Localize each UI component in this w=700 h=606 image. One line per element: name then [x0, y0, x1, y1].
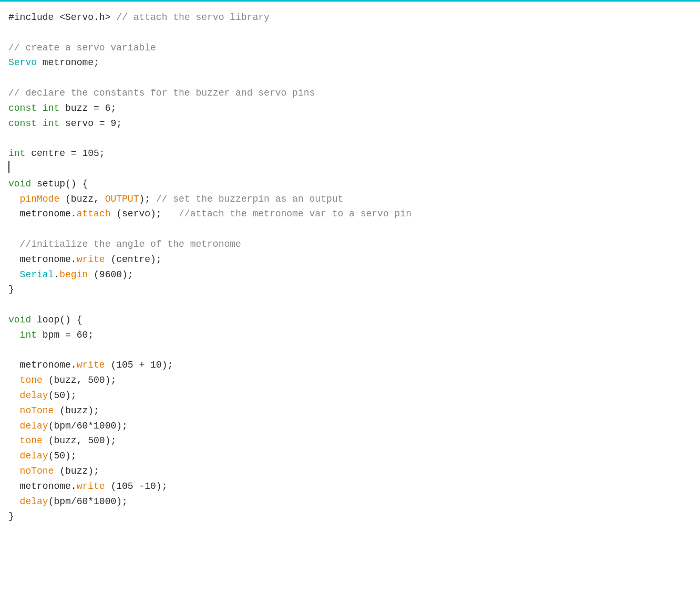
code-line: int bpm = 60; [8, 328, 700, 343]
code-token: tone [20, 433, 43, 448]
code-token: bpm = 60; [37, 328, 94, 343]
code-token [8, 494, 20, 509]
code-token: (buzz, [59, 192, 105, 207]
code-token: loop() { [31, 312, 82, 328]
code-line: const int servo = 9; [8, 116, 700, 131]
code-token: pinMode [20, 192, 60, 207]
code-line: metronome.write (105 -10); [8, 479, 700, 494]
code-token: int [43, 116, 59, 131]
code-line: #include <Servo.h> // attach the servo l… [8, 10, 700, 25]
code-token: Servo [8, 55, 37, 70]
code-line [8, 70, 700, 86]
code-token: (bpm/60*1000); [48, 419, 128, 434]
code-line: } [8, 509, 700, 524]
code-token: noTone [20, 403, 54, 419]
code-token [8, 373, 20, 388]
code-token: (servo); [110, 206, 179, 222]
code-token: (centre); [105, 252, 162, 267]
code-token: const [8, 101, 37, 116]
code-line: metronome.attach (servo); //attach the m… [8, 206, 700, 222]
code-line [8, 131, 700, 146]
code-token: delay [20, 494, 48, 509]
code-token: write [77, 479, 105, 494]
code-editor[interactable]: #include <Servo.h> // attach the servo l… [0, 0, 700, 606]
code-line: int centre = 105; [8, 146, 700, 161]
code-token [8, 433, 20, 448]
code-line: // create a servo variable [8, 40, 700, 56]
code-line: } [8, 282, 700, 297]
code-token: write [77, 358, 105, 373]
code-token: delay [20, 448, 48, 464]
code-token: OUTPUT [105, 192, 139, 207]
code-line: const int buzz = 6; [8, 101, 700, 116]
text-cursor [8, 161, 9, 173]
code-line: pinMode (buzz, OUTPUT); // set the buzze… [8, 192, 700, 207]
code-line: delay(50); [8, 448, 700, 464]
code-line: metronome.write (centre); [8, 252, 700, 267]
code-line [8, 222, 700, 237]
code-token: // create a servo variable [8, 40, 156, 56]
code-token: metronome; [37, 55, 99, 70]
code-token [8, 237, 20, 252]
code-line: noTone (buzz); [8, 403, 700, 419]
code-token: (105 + 10); [105, 358, 173, 373]
code-token [8, 192, 20, 207]
code-token [37, 101, 43, 116]
code-token: metronome. [8, 206, 77, 222]
code-token: (50); [48, 448, 77, 464]
code-token [8, 388, 20, 403]
code-token: } [8, 509, 14, 524]
code-token: servo = 9; [59, 116, 122, 131]
code-token: (buzz, 500); [43, 433, 116, 448]
code-line: delay(bpm/60*1000); [8, 419, 700, 434]
code-line: tone (buzz, 500); [8, 373, 700, 388]
code-token: delay [20, 388, 48, 403]
code-token: // declare the constants for the buzzer … [8, 86, 315, 101]
code-token: (50); [48, 388, 77, 403]
code-token: setup() { [31, 176, 88, 192]
code-token: //attach the metronome var to a servo pi… [179, 206, 411, 222]
code-line [8, 297, 700, 312]
code-token: attach [77, 206, 111, 222]
code-token: centre = 105; [25, 146, 105, 161]
code-token: (bpm/60*1000); [48, 494, 128, 509]
code-line: void setup() { [8, 176, 700, 192]
code-token: } [8, 282, 14, 297]
code-token: //initialize the angle of the metronome [20, 237, 241, 252]
code-token: buzz = 6; [59, 101, 116, 116]
code-token [37, 116, 43, 131]
code-token: int [20, 328, 37, 343]
code-line: //initialize the angle of the metronome [8, 237, 700, 252]
code-token: (105 -10); [105, 479, 168, 494]
code-token: . [54, 267, 59, 283]
code-token: delay [20, 419, 48, 434]
code-line: metronome.write (105 + 10); [8, 358, 700, 373]
code-token: void [8, 176, 31, 192]
code-token: (9600); [88, 267, 133, 283]
code-token [8, 267, 20, 283]
code-token: int [8, 146, 25, 161]
code-token [8, 448, 20, 464]
code-token: metronome. [8, 479, 77, 494]
code-token: (buzz); [54, 464, 99, 479]
code-token: (buzz); [54, 403, 99, 419]
code-token: metronome. [8, 358, 77, 373]
code-token: int [43, 101, 59, 116]
code-line [8, 161, 700, 176]
code-token [8, 328, 20, 343]
code-token: Serial [20, 267, 54, 283]
code-line: delay(50); [8, 388, 700, 403]
code-token: begin [59, 267, 88, 283]
code-token: tone [20, 373, 43, 388]
code-token [8, 403, 20, 419]
code-token: #include <Servo.h> [8, 10, 116, 25]
code-token: write [77, 252, 105, 267]
code-line: Serial.begin (9600); [8, 267, 700, 283]
code-token: void [8, 312, 31, 328]
code-token: const [8, 116, 37, 131]
code-line: tone (buzz, 500); [8, 433, 700, 448]
code-token: noTone [20, 464, 54, 479]
code-line: void loop() { [8, 312, 700, 328]
code-token: // set the buzzerpin as an output [156, 192, 343, 207]
code-token: ); [139, 192, 156, 207]
